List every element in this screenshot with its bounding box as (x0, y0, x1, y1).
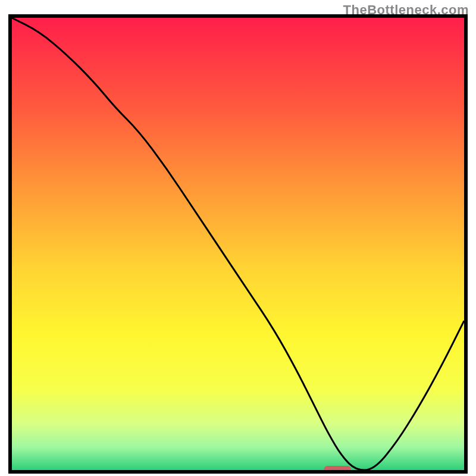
bottleneck-chart (8, 14, 468, 474)
chart-stage: TheBottleneck.com (0, 0, 476, 476)
plot-background (12, 18, 464, 470)
